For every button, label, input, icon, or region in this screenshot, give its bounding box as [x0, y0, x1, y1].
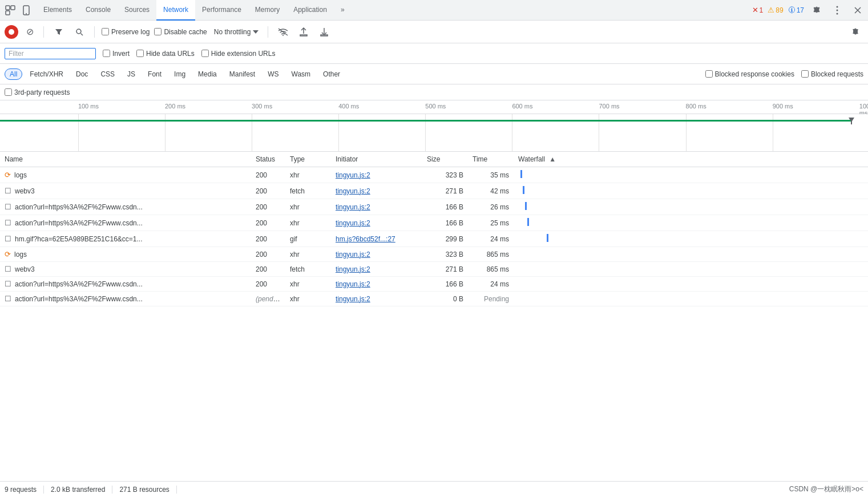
- size-cell: 299 B: [422, 231, 468, 247]
- third-party-bar: 3rd-party requests: [0, 84, 868, 100]
- table-row[interactable]: ⟳ logs 200 xhr tingyun.js:2 323 B 865 ms: [0, 247, 868, 262]
- tab-more[interactable]: »: [334, 0, 352, 21]
- table-row[interactable]: ☐ webv3 200 fetch tingyun.js:2 271 B 42 …: [0, 183, 868, 199]
- initiator-cell[interactable]: tingyun.js:2: [331, 292, 422, 306]
- header-status[interactable]: Status: [251, 152, 285, 167]
- name-cell: ☐ hm.gif?hca=62E5A989BE251C16&cc=1...: [0, 231, 251, 247]
- initiator-cell[interactable]: tingyun.js:2: [331, 215, 422, 231]
- file-icon: ☐: [5, 265, 11, 273]
- waterfall-cell: [514, 277, 868, 292]
- table-row[interactable]: ☐ action?url=https%3A%2F%2Fwww.csdn... 2…: [0, 199, 868, 215]
- preserve-log-checkbox[interactable]: Preserve log: [102, 28, 150, 36]
- table-row[interactable]: ☐ action?url=https%3A%2F%2Fwww.csdn... 2…: [0, 215, 868, 231]
- initiator-cell[interactable]: tingyun.js:2: [331, 247, 422, 262]
- hide-ext-urls-checkbox[interactable]: Hide extension URLs: [201, 50, 276, 58]
- blocked-requests-checkbox[interactable]: Blocked requests: [801, 70, 863, 78]
- table-header: Name Status Type Initiator Size Time Wat…: [0, 152, 868, 167]
- type-btn-css[interactable]: CSS: [95, 68, 120, 80]
- type-btn-all[interactable]: All: [5, 68, 22, 80]
- initiator-cell[interactable]: tingyun.js:2: [331, 167, 422, 183]
- tick-600ms: 600 ms: [512, 103, 532, 110]
- initiator-cell[interactable]: tingyun.js:2: [331, 199, 422, 215]
- type-cell: xhr: [285, 277, 331, 292]
- third-party-checkbox[interactable]: 3rd-party requests: [5, 88, 70, 96]
- filter-button[interactable]: [51, 24, 67, 40]
- info-count[interactable]: 🛈 17: [788, 6, 804, 14]
- table-row[interactable]: ☐ webv3 200 fetch tingyun.js:2 271 B 865…: [0, 262, 868, 277]
- gear-icon[interactable]: [847, 24, 863, 40]
- disable-cache-checkbox[interactable]: Disable cache: [154, 28, 207, 36]
- tab-memory[interactable]: Memory: [248, 0, 286, 21]
- tab-sources[interactable]: Sources: [118, 0, 156, 21]
- size-cell: 271 B: [422, 262, 468, 277]
- type-btn-doc[interactable]: Doc: [71, 68, 93, 80]
- svg-rect-0: [6, 6, 10, 10]
- invert-checkbox[interactable]: Invert: [103, 50, 130, 58]
- tab-console[interactable]: Console: [79, 0, 118, 21]
- type-btn-other[interactable]: Other: [318, 68, 345, 80]
- type-btn-ws[interactable]: WS: [263, 68, 284, 80]
- upload-icon[interactable]: [296, 24, 312, 40]
- type-btn-wasm[interactable]: Wasm: [286, 68, 316, 80]
- settings-icon[interactable]: [809, 2, 825, 18]
- type-btn-font[interactable]: Font: [143, 68, 167, 80]
- mobile-icon[interactable]: [18, 0, 34, 21]
- type-btn-media[interactable]: Media: [193, 68, 222, 80]
- hide-data-urls-checkbox[interactable]: Hide data URLs: [136, 50, 195, 58]
- close-icon[interactable]: [850, 2, 866, 18]
- type-btn-manifest[interactable]: Manifest: [224, 68, 260, 80]
- initiator-cell[interactable]: tingyun.js:2: [331, 277, 422, 292]
- initiator-cell[interactable]: tingyun.js:2: [331, 183, 422, 199]
- more-options-icon[interactable]: [829, 2, 845, 18]
- svg-point-6: [837, 9, 838, 11]
- wifi-icon[interactable]: [275, 24, 291, 40]
- name-cell: ☐ action?url=https%3A%2F%2Fwww.csdn...: [0, 277, 251, 292]
- tab-performance[interactable]: Performance: [195, 0, 248, 21]
- initiator-cell[interactable]: tingyun.js:2: [331, 262, 422, 277]
- throttle-dropdown[interactable]: No throttling: [212, 27, 261, 37]
- name-cell: ☐ webv3: [0, 183, 251, 199]
- tab-elements[interactable]: Elements: [37, 0, 79, 21]
- status-cell: 200: [251, 215, 285, 231]
- table-row[interactable]: ☐ action?url=https%3A%2F%2Fwww.csdn... 2…: [0, 277, 868, 292]
- toolbar-divider-1: [43, 26, 44, 38]
- waterfall-cell: [514, 199, 868, 215]
- tick-300ms: 300 ms: [252, 103, 272, 110]
- table-row[interactable]: ⟳ logs 200 xhr tingyun.js:2 323 B 35 ms: [0, 167, 868, 183]
- svg-rect-2: [6, 11, 10, 15]
- name-cell: ⟳ logs: [0, 167, 251, 183]
- initiator-cell[interactable]: hm.js?6bcd52f...:27: [331, 231, 422, 247]
- tab-bar-right: ✕ 1 ⚠ 89 🛈 17: [752, 2, 866, 18]
- waterfall-bar: [523, 186, 524, 194]
- table-row[interactable]: ☐ action?url=https%3A%2F%2Fwww.csdn... (…: [0, 292, 868, 306]
- type-cell: xhr: [285, 292, 331, 306]
- type-btn-img[interactable]: Img: [169, 68, 191, 80]
- clear-button[interactable]: ⊘: [23, 25, 37, 39]
- table-row[interactable]: ☐ hm.gif?hca=62E5A989BE251C16&cc=1... 20…: [0, 231, 868, 247]
- filter-input[interactable]: [5, 48, 96, 59]
- tab-application[interactable]: Application: [286, 0, 334, 21]
- waterfall-cell: [514, 215, 868, 231]
- type-btn-js[interactable]: JS: [122, 68, 140, 80]
- record-button[interactable]: [5, 25, 18, 39]
- type-filter-bar: All Fetch/XHR Doc CSS JS Font Img Media …: [0, 64, 868, 84]
- waterfall-cell: [514, 167, 868, 183]
- header-initiator[interactable]: Initiator: [331, 152, 422, 167]
- blocked-cookies-checkbox[interactable]: Blocked response cookies: [705, 70, 794, 78]
- svg-rect-1: [11, 6, 15, 10]
- header-type[interactable]: Type: [285, 152, 331, 167]
- file-icon: ☐: [5, 235, 11, 243]
- header-time[interactable]: Time: [468, 152, 514, 167]
- header-size[interactable]: Size: [422, 152, 468, 167]
- waterfall-cell: [514, 292, 868, 306]
- search-button[interactable]: [71, 24, 87, 40]
- header-name[interactable]: Name: [0, 152, 251, 167]
- svg-line-12: [81, 33, 83, 35]
- waterfall-cell: [514, 262, 868, 277]
- warning-count[interactable]: ⚠ 89: [768, 6, 783, 14]
- type-btn-fetch-xhr[interactable]: Fetch/XHR: [25, 68, 68, 80]
- error-count[interactable]: ✕ 1: [752, 6, 764, 14]
- tab-network[interactable]: Network: [156, 0, 195, 21]
- header-waterfall[interactable]: Waterfall ▲: [514, 152, 868, 167]
- download-icon[interactable]: [316, 24, 332, 40]
